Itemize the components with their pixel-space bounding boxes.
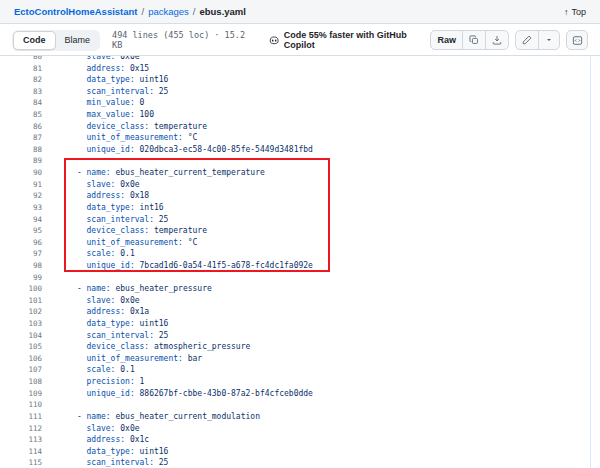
code-text: min_value: 0 <box>42 97 144 109</box>
line-number[interactable]: 86 <box>0 121 42 133</box>
code-text: address: 0x1a <box>42 306 149 318</box>
code-text: scale: 0.1 <box>42 248 135 260</box>
line-number[interactable]: 80 <box>0 56 42 63</box>
line-number[interactable]: 91 <box>0 179 42 191</box>
line-number[interactable]: 109 <box>0 388 42 400</box>
code-line: 88 unique_id: 020dbca3-ec58-4c00-85fe-54… <box>0 144 590 156</box>
code-text: device_class: temperature <box>42 121 207 133</box>
line-number[interactable]: 106 <box>0 353 42 365</box>
toolbar-actions: Raw <box>430 30 588 50</box>
code-text: max_value: 100 <box>42 109 154 121</box>
line-number[interactable]: 82 <box>0 74 42 86</box>
copy-icon <box>469 35 479 45</box>
line-number[interactable]: 103 <box>0 318 42 330</box>
symbols-panel-button[interactable] <box>566 30 588 50</box>
code-text: scan_interval: 25 <box>42 330 168 342</box>
line-number[interactable]: 84 <box>0 97 42 109</box>
edit-button[interactable] <box>516 31 538 49</box>
symbols-panel-icon <box>572 35 583 46</box>
file-toolbar: Code Blame 494 lines (455 loc) · 15.2 KB… <box>0 25 600 56</box>
line-number[interactable]: 90 <box>0 167 42 179</box>
code-line: 102 address: 0x1a <box>0 306 590 318</box>
line-number[interactable]: 97 <box>0 248 42 260</box>
code-blame-switch: Code Blame <box>12 30 100 51</box>
code-text: unit_of_measurement: bar <box>42 353 202 365</box>
copy-button[interactable] <box>462 31 485 49</box>
breadcrumb-repo-link[interactable]: EctoControlHomeAssistant <box>14 6 138 17</box>
code-text <box>42 155 48 167</box>
code-text: slave: 0x0e <box>42 56 140 63</box>
code-line: 112 slave: 0x0e <box>0 423 590 435</box>
tab-blame[interactable]: Blame <box>56 31 100 50</box>
line-number[interactable]: 102 <box>0 306 42 318</box>
code-text: unit_of_measurement: °C <box>42 132 197 144</box>
code-text: data_type: uint16 <box>42 318 168 330</box>
raw-copy-download-group: Raw <box>430 30 509 50</box>
line-number[interactable]: 95 <box>0 225 42 237</box>
code-line: 90 - name: ebus_heater_current_temperatu… <box>0 167 590 179</box>
line-number[interactable]: 88 <box>0 144 42 156</box>
code-line: 84 min_value: 0 <box>0 97 590 109</box>
code-line: 115 scan_interval: 25 <box>0 457 590 468</box>
line-number[interactable]: 101 <box>0 295 42 307</box>
line-number[interactable]: 85 <box>0 109 42 121</box>
line-number[interactable]: 112 <box>0 423 42 435</box>
line-number[interactable]: 83 <box>0 86 42 98</box>
code-text: - name: ebus_heater_current_temperature <box>42 167 265 179</box>
copilot-banner[interactable]: Code 55% faster with GitHub Copilot <box>269 30 430 50</box>
line-number[interactable]: 115 <box>0 457 42 468</box>
pencil-icon <box>522 35 532 45</box>
code-line: 100 - name: ebus_heater_pressure <box>0 283 590 295</box>
code-text: scan_interval: 25 <box>42 86 168 98</box>
line-number[interactable]: 107 <box>0 364 42 376</box>
edit-dropdown-button[interactable] <box>538 31 559 49</box>
breadcrumb-separator: / <box>142 6 145 17</box>
arrow-up-icon: ↑ <box>564 7 569 17</box>
code-line: 83 scan_interval: 25 <box>0 86 590 98</box>
code-line: 97 scale: 0.1 <box>0 248 590 260</box>
line-number[interactable]: 96 <box>0 237 42 249</box>
line-number[interactable]: 111 <box>0 411 42 423</box>
code-text: device_class: temperature <box>42 225 207 237</box>
line-number[interactable]: 81 <box>0 63 42 75</box>
code-text: - name: ebus_heater_pressure <box>42 283 212 295</box>
line-number[interactable]: 89 <box>0 155 42 167</box>
code-text: data_type: int16 <box>42 202 164 214</box>
line-number[interactable]: 98 <box>0 260 42 272</box>
code-text: scan_interval: 25 <box>42 457 168 468</box>
code-line: 104 scan_interval: 25 <box>0 330 590 342</box>
line-number[interactable]: 99 <box>0 272 42 284</box>
breadcrumb-bar: EctoControlHomeAssistant / packages / eb… <box>0 0 600 24</box>
code-line: 99 <box>0 272 590 284</box>
line-number[interactable]: 92 <box>0 190 42 202</box>
copilot-icon <box>269 35 279 46</box>
code-text: data_type: uint16 <box>42 446 168 458</box>
line-number[interactable]: 93 <box>0 202 42 214</box>
line-number[interactable]: 105 <box>0 341 42 353</box>
code-viewer: 80 slave: 0x0e81 address: 0x1582 data_ty… <box>0 56 591 468</box>
code-text: unique_id: 020dbca3-ec58-4c00-85fe-5449d… <box>42 144 313 156</box>
raw-button[interactable]: Raw <box>431 31 462 49</box>
code-line: 103 data_type: uint16 <box>0 318 590 330</box>
line-number[interactable]: 87 <box>0 132 42 144</box>
code-line: 91 slave: 0x0e <box>0 179 590 191</box>
code-text <box>42 272 48 284</box>
code-line: 107 scale: 0.1 <box>0 364 590 376</box>
back-to-top-link[interactable]: ↑ Top <box>564 7 586 17</box>
line-number[interactable]: 110 <box>0 399 42 411</box>
line-number[interactable]: 114 <box>0 446 42 458</box>
tab-code[interactable]: Code <box>13 31 56 50</box>
code-line: 95 device_class: temperature <box>0 225 590 237</box>
code-line: 85 max_value: 100 <box>0 109 590 121</box>
line-number[interactable]: 94 <box>0 214 42 226</box>
edit-group <box>515 30 560 50</box>
breadcrumb-folder-link[interactable]: packages <box>148 6 189 17</box>
code-text: unique_id: 7bcad1d6-0a54-41f5-a678-fc4dc… <box>42 260 313 272</box>
line-number[interactable]: 108 <box>0 376 42 388</box>
file-info-text: 494 lines (455 loc) · 15.2 KB <box>112 30 251 50</box>
line-number[interactable]: 100 <box>0 283 42 295</box>
back-to-top-label: Top <box>571 7 586 17</box>
line-number[interactable]: 113 <box>0 434 42 446</box>
download-button[interactable] <box>485 31 508 49</box>
line-number[interactable]: 104 <box>0 330 42 342</box>
